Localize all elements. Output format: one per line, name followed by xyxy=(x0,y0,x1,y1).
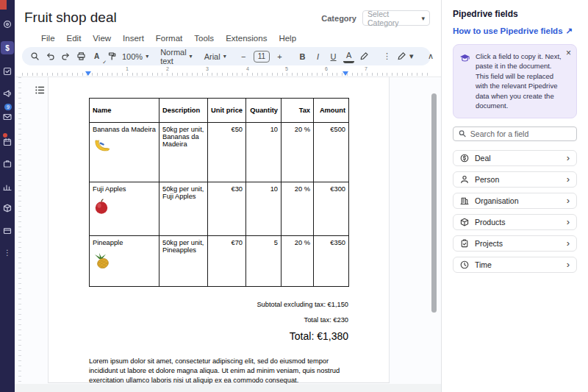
card-nav-icon[interactable] xyxy=(1,224,14,238)
education-cap-icon xyxy=(459,51,470,111)
page-gap xyxy=(15,384,441,392)
more-options-icon[interactable]: ⋮ xyxy=(381,49,392,63)
horizontal-ruler[interactable]: 1 2 3 4 5 6 7 xyxy=(22,66,431,76)
close-icon[interactable]: × xyxy=(566,49,571,57)
search-input[interactable] xyxy=(470,129,571,138)
time-icon xyxy=(460,260,469,269)
redo-icon[interactable] xyxy=(60,49,71,63)
collapse-menus-icon[interactable]: ∧ xyxy=(426,49,437,63)
spellcheck-icon[interactable]: A✓ xyxy=(91,49,102,63)
products-icon xyxy=(460,218,469,227)
campaigns-nav-icon[interactable] xyxy=(1,87,14,100)
category-label: Category xyxy=(321,14,356,23)
product-name: Bananas da Madeira xyxy=(93,126,156,133)
menu-tools[interactable]: Tools xyxy=(190,33,218,46)
search-nav-icon[interactable] xyxy=(1,18,14,31)
app-window: $ 9 ⋮ Fruit shop deal Category Select Ca… xyxy=(0,0,588,392)
field-search[interactable] xyxy=(453,126,577,141)
body-paragraph[interactable]: Lorem ipsum dolor sit amet, consectetur … xyxy=(89,357,354,386)
contacts-nav-icon[interactable] xyxy=(1,157,14,171)
col-tax[interactable]: Tax xyxy=(282,99,314,123)
document-canvas: Name Description Unit price Quantity Tax… xyxy=(15,76,441,392)
activities-nav-icon[interactable] xyxy=(1,65,14,78)
field-group-deal[interactable]: Deal › xyxy=(453,150,577,166)
product-name: Pineapple xyxy=(93,239,156,246)
pineapple-image xyxy=(93,252,156,271)
organisation-icon xyxy=(460,196,469,205)
product-description: 50kg per unit, Fuji Apples xyxy=(162,185,204,200)
totals-block[interactable]: Subtotal excluding tax: €1,150 Total tax… xyxy=(89,301,348,342)
menu-view[interactable]: View xyxy=(88,33,115,46)
decrease-font-button[interactable]: − xyxy=(238,49,249,63)
underline-button[interactable]: U xyxy=(328,49,339,63)
chevron-down-icon: ▾ xyxy=(146,53,148,60)
chevron-right-icon: › xyxy=(567,240,570,247)
col-name[interactable]: Name xyxy=(90,99,159,123)
left-indent-marker[interactable] xyxy=(85,71,91,76)
paint-format-icon[interactable] xyxy=(107,49,118,63)
category-select[interactable]: Select Category ▾ xyxy=(362,10,430,26)
total-tax-line: Total tax: €230 xyxy=(89,316,348,324)
table-row: Bananas da Madeira 50kg per unit, Banana… xyxy=(90,123,349,182)
product-description: 50kg per unit, Pineapples xyxy=(162,239,204,254)
more-nav-icon[interactable]: ⋮ xyxy=(1,246,14,259)
menu-file[interactable]: File xyxy=(37,33,60,46)
menu-format[interactable]: Format xyxy=(151,33,187,46)
external-link-icon: ↗ xyxy=(566,26,573,36)
increase-font-button[interactable]: + xyxy=(274,49,285,63)
category-select-value: Select Category xyxy=(368,10,421,27)
search-icon[interactable] xyxy=(29,49,40,63)
italic-button[interactable]: I xyxy=(312,49,323,63)
chevron-down-icon: ▾ xyxy=(409,51,414,61)
bold-button[interactable]: B xyxy=(297,49,308,63)
field-group-organisation[interactable]: Organisation › xyxy=(453,193,577,209)
right-indent-marker[interactable] xyxy=(343,71,348,76)
product-name: Fuji Apples xyxy=(93,185,156,193)
chevron-right-icon: › xyxy=(567,197,570,204)
field-group-products[interactable]: Products › xyxy=(453,214,577,230)
subtotal-line: Subtotal excluding tax: €1,150 xyxy=(89,301,348,308)
mail-nav-icon[interactable] xyxy=(1,110,14,124)
col-unit-price[interactable]: Unit price xyxy=(208,99,246,123)
mail-badge: 9 xyxy=(4,104,12,110)
table-row: Pineapple 50kg per unit, Pineapples €70 … xyxy=(90,236,349,287)
chevron-down-icon: ▾ xyxy=(190,53,193,60)
insights-nav-icon[interactable] xyxy=(1,180,14,193)
col-amount[interactable]: Amount xyxy=(314,99,349,123)
total-line: Total: €1,380 xyxy=(89,330,348,342)
products-nav-icon[interactable] xyxy=(1,202,14,215)
deals-nav-icon[interactable]: $ xyxy=(1,41,14,54)
page-title: Fruit shop deal xyxy=(24,10,117,26)
paragraph-style-select[interactable]: Normal text▾ xyxy=(160,48,192,65)
info-banner: Click a field to copy it. Next, paste it… xyxy=(453,44,577,118)
menu-insert[interactable]: Insert xyxy=(118,33,148,46)
apple-image xyxy=(93,198,156,217)
font-size-input[interactable]: 11 xyxy=(254,51,270,63)
col-description[interactable]: Description xyxy=(159,99,208,123)
help-link[interactable]: How to use Pipedrive fields ↗ xyxy=(453,26,577,36)
menu-help[interactable]: Help xyxy=(274,33,301,46)
menu-extensions[interactable]: Extensions xyxy=(221,33,271,46)
col-quantity[interactable]: Quantity xyxy=(246,99,282,123)
chevron-right-icon: › xyxy=(567,261,570,268)
chevron-right-icon: › xyxy=(567,218,570,226)
font-select[interactable]: Arial▾ xyxy=(204,52,226,61)
undo-icon[interactable] xyxy=(45,49,56,63)
menu-edit[interactable]: Edit xyxy=(62,33,86,46)
print-icon[interactable] xyxy=(76,49,87,63)
chevron-down-icon: ▾ xyxy=(223,53,226,60)
menu-bar: File Edit View Insert Format Tools Exten… xyxy=(37,33,301,46)
zoom-select[interactable]: 100%▾ xyxy=(122,52,148,61)
calendar-nav-icon[interactable] xyxy=(1,135,14,149)
text-color-button[interactable]: A xyxy=(343,49,354,63)
document-outline-icon[interactable] xyxy=(32,82,47,97)
products-table[interactable]: Name Description Unit price Quantity Tax… xyxy=(89,98,349,287)
document-scrollbar[interactable] xyxy=(431,93,437,313)
document-page[interactable]: Name Description Unit price Quantity Tax… xyxy=(48,77,390,383)
field-group-projects[interactable]: Projects › xyxy=(453,235,577,252)
field-group-time[interactable]: Time › xyxy=(453,257,577,273)
field-group-person[interactable]: Person › xyxy=(453,171,577,188)
highlight-pen-icon[interactable] xyxy=(359,49,370,63)
editing-mode-select[interactable]: ▾ xyxy=(397,51,414,61)
projects-icon xyxy=(460,239,469,248)
